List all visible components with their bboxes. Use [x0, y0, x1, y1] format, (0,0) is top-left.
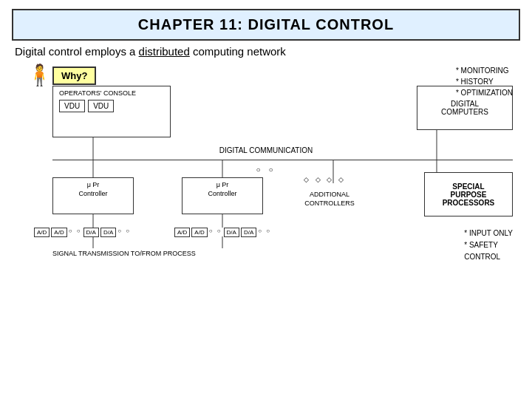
da4-box: D/A: [241, 228, 256, 237]
dots-small2: ○ ○: [117, 228, 131, 237]
dots-row: ○ ○: [256, 166, 276, 174]
mu-label1: μ Pr: [58, 181, 129, 188]
vdu1-box: VDU: [59, 100, 85, 112]
controller2-label: Controller: [187, 190, 258, 197]
why-box: Why?: [52, 66, 96, 85]
chapter-title: CHAPTER 11: DIGITAL CONTROL: [12, 9, 520, 41]
additional-controllers-label: ADDITIONAL CONTROLLERS: [300, 191, 359, 208]
operators-console-box: OPERATORS' CONSOLE VDU VDU: [52, 86, 171, 137]
console-label: OPERATORS' CONSOLE: [59, 89, 164, 97]
safety-control-label: * SAFETY CONTROL: [464, 239, 513, 263]
input-only-label: * INPUT ONLY: [464, 228, 513, 239]
adda-row1: A/D A/D ○ ○ D/A D/A ○ ○: [34, 228, 131, 237]
signal-label: SIGNAL TRANSMISSION TO/FROM PROCESS: [52, 250, 196, 257]
ad3-box: A/D: [174, 228, 190, 237]
controller1-label: Controller: [58, 190, 129, 197]
digital-computers-box: DIGITAL COMPUTERS: [417, 86, 513, 130]
spp-box: SPECIAL PURPOSE PROCESSORS: [424, 172, 513, 216]
controller2-box: μ Pr Controller: [182, 177, 263, 214]
da2-box: D/A: [100, 228, 116, 237]
diagram-area: 🧍 Why? * MONITORING * HISTORY * OPTIMIZA…: [12, 65, 520, 361]
additional-dots: ◇ ◇ ◇ ◇: [304, 176, 346, 183]
ad1-box: A/D: [34, 228, 50, 237]
subtitle-post: computing network: [190, 45, 286, 58]
vdu-row: VDU VDU: [59, 100, 164, 112]
controller1-box: μ Pr Controller: [52, 177, 134, 214]
ad4-box: A/D: [191, 228, 207, 237]
subtitle-link: distributed: [139, 45, 190, 58]
subtitle: Digital control employs a distributed co…: [12, 45, 520, 58]
adda-row2: A/D A/D ○ ○ D/A D/A ○ ○: [174, 228, 271, 237]
ad2-box: A/D: [51, 228, 66, 237]
horizontal-line: [52, 160, 513, 160]
mu-label2: μ Pr: [187, 181, 258, 188]
monitoring-line1: * MONITORING: [456, 65, 513, 76]
da3-box: D/A: [224, 228, 239, 237]
subtitle-pre: Digital control employs a: [15, 45, 139, 58]
figure-person: 🧍: [27, 65, 52, 86]
dots-small3: ○ ○: [209, 228, 222, 237]
dots-small1: ○ ○: [69, 228, 82, 237]
input-safety-labels: * INPUT ONLY * SAFETY CONTROL: [464, 228, 513, 263]
digital-computers-label: DIGITAL COMPUTERS: [441, 100, 488, 116]
page: CHAPTER 11: DIGITAL CONTROL Digital cont…: [0, 0, 532, 399]
digital-communication-label: DIGITAL COMMUNICATION: [219, 146, 313, 154]
da1-box: D/A: [83, 228, 99, 237]
dots-small4: ○ ○: [258, 228, 271, 237]
vdu2-box: VDU: [88, 100, 114, 112]
spp-label: SPECIAL PURPOSE PROCESSORS: [443, 183, 495, 207]
